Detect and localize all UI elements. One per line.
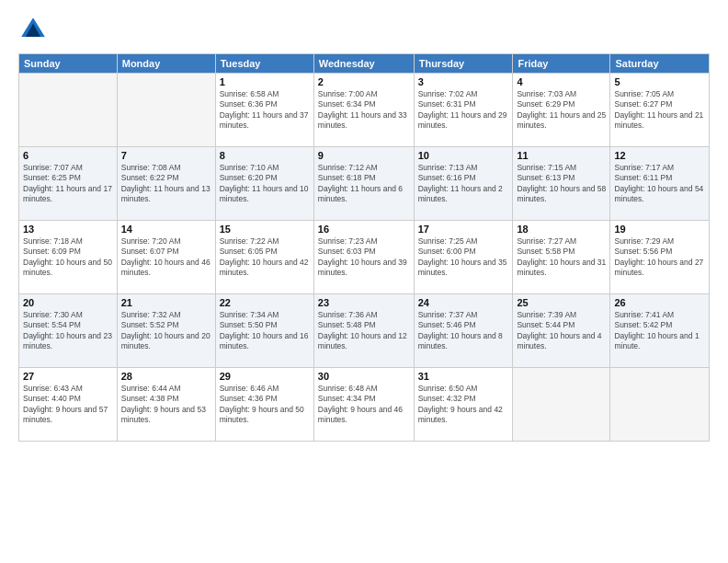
day-number: 4 xyxy=(517,76,606,87)
calendar-cell: 23Sunrise: 7:36 AMSunset: 5:48 PMDayligh… xyxy=(313,294,414,368)
calendar-cell: 4Sunrise: 7:03 AMSunset: 6:29 PMDaylight… xyxy=(513,74,610,147)
calendar-cell: 24Sunrise: 7:37 AMSunset: 5:46 PMDayligh… xyxy=(414,294,513,368)
calendar-cell: 3Sunrise: 7:02 AMSunset: 6:31 PMDaylight… xyxy=(414,74,513,147)
calendar-cell: 12Sunrise: 7:17 AMSunset: 6:11 PMDayligh… xyxy=(610,147,710,221)
calendar-week-row: 13Sunrise: 7:18 AMSunset: 6:09 PMDayligh… xyxy=(19,221,710,294)
day-info: Sunrise: 7:22 AMSunset: 6:05 PMDaylight:… xyxy=(220,236,310,279)
calendar-cell: 6Sunrise: 7:07 AMSunset: 6:25 PMDaylight… xyxy=(19,147,118,221)
day-info: Sunrise: 7:08 AMSunset: 6:22 PMDaylight:… xyxy=(121,163,211,205)
calendar-cell: 15Sunrise: 7:22 AMSunset: 6:05 PMDayligh… xyxy=(215,221,313,294)
calendar-cell xyxy=(19,74,118,147)
day-number: 16 xyxy=(318,224,410,235)
day-number: 14 xyxy=(121,224,211,235)
day-info: Sunrise: 7:17 AMSunset: 6:11 PMDaylight:… xyxy=(614,163,705,205)
calendar-cell: 28Sunrise: 6:44 AMSunset: 4:38 PMDayligh… xyxy=(117,368,215,442)
calendar-cell: 19Sunrise: 7:29 AMSunset: 5:56 PMDayligh… xyxy=(610,221,710,294)
day-header-friday: Friday xyxy=(513,54,610,74)
calendar-cell: 21Sunrise: 7:32 AMSunset: 5:52 PMDayligh… xyxy=(117,294,215,368)
calendar-header-row: SundayMondayTuesdayWednesdayThursdayFrid… xyxy=(19,54,710,74)
calendar-cell: 26Sunrise: 7:41 AMSunset: 5:42 PMDayligh… xyxy=(610,294,710,368)
day-header-sunday: Sunday xyxy=(19,54,118,74)
calendar-table: SundayMondayTuesdayWednesdayThursdayFrid… xyxy=(18,53,710,442)
calendar-week-row: 27Sunrise: 6:43 AMSunset: 4:40 PMDayligh… xyxy=(19,368,710,442)
day-info: Sunrise: 6:43 AMSunset: 4:40 PMDaylight:… xyxy=(23,384,113,426)
day-header-thursday: Thursday xyxy=(414,54,513,74)
day-number: 9 xyxy=(318,150,410,161)
day-info: Sunrise: 7:05 AMSunset: 6:27 PMDaylight:… xyxy=(614,89,705,132)
day-number: 26 xyxy=(614,297,705,308)
day-info: Sunrise: 6:58 AMSunset: 6:36 PMDaylight:… xyxy=(220,89,310,132)
day-number: 20 xyxy=(23,297,113,308)
day-number: 30 xyxy=(318,371,410,382)
day-number: 29 xyxy=(220,371,310,382)
day-info: Sunrise: 7:07 AMSunset: 6:25 PMDaylight:… xyxy=(23,163,113,205)
day-info: Sunrise: 6:48 AMSunset: 4:34 PMDaylight:… xyxy=(318,384,410,426)
day-info: Sunrise: 7:15 AMSunset: 6:13 PMDaylight:… xyxy=(517,163,606,205)
day-info: Sunrise: 7:13 AMSunset: 6:16 PMDaylight:… xyxy=(418,163,509,205)
calendar-cell: 20Sunrise: 7:30 AMSunset: 5:54 PMDayligh… xyxy=(19,294,118,368)
calendar-week-row: 20Sunrise: 7:30 AMSunset: 5:54 PMDayligh… xyxy=(19,294,710,368)
calendar-cell: 14Sunrise: 7:20 AMSunset: 6:07 PMDayligh… xyxy=(117,221,215,294)
calendar-cell: 16Sunrise: 7:23 AMSunset: 6:03 PMDayligh… xyxy=(313,221,414,294)
day-info: Sunrise: 7:34 AMSunset: 5:50 PMDaylight:… xyxy=(220,310,310,352)
calendar-cell: 29Sunrise: 6:46 AMSunset: 4:36 PMDayligh… xyxy=(215,368,313,442)
day-number: 24 xyxy=(418,297,509,308)
calendar-cell: 10Sunrise: 7:13 AMSunset: 6:16 PMDayligh… xyxy=(414,147,513,221)
day-number: 8 xyxy=(220,150,310,161)
day-number: 31 xyxy=(418,371,509,382)
day-number: 21 xyxy=(121,297,211,308)
day-info: Sunrise: 7:20 AMSunset: 6:07 PMDaylight:… xyxy=(121,236,211,279)
day-number: 17 xyxy=(418,224,509,235)
day-info: Sunrise: 7:25 AMSunset: 6:00 PMDaylight:… xyxy=(418,236,509,279)
day-number: 3 xyxy=(418,76,509,87)
day-number: 12 xyxy=(614,150,705,161)
page: SundayMondayTuesdayWednesdayThursdayFrid… xyxy=(0,0,728,563)
calendar-cell: 11Sunrise: 7:15 AMSunset: 6:13 PMDayligh… xyxy=(513,147,610,221)
day-number: 22 xyxy=(220,297,310,308)
day-info: Sunrise: 7:27 AMSunset: 5:58 PMDaylight:… xyxy=(517,236,606,279)
calendar-week-row: 6Sunrise: 7:07 AMSunset: 6:25 PMDaylight… xyxy=(19,147,710,221)
day-number: 27 xyxy=(23,371,113,382)
calendar-cell: 8Sunrise: 7:10 AMSunset: 6:20 PMDaylight… xyxy=(215,147,313,221)
calendar-cell: 25Sunrise: 7:39 AMSunset: 5:44 PMDayligh… xyxy=(513,294,610,368)
day-info: Sunrise: 7:37 AMSunset: 5:46 PMDaylight:… xyxy=(418,310,509,352)
day-number: 6 xyxy=(23,150,113,161)
calendar-cell: 1Sunrise: 6:58 AMSunset: 6:36 PMDaylight… xyxy=(215,74,313,147)
day-number: 25 xyxy=(517,297,606,308)
day-number: 23 xyxy=(318,297,410,308)
day-info: Sunrise: 7:12 AMSunset: 6:18 PMDaylight:… xyxy=(318,163,410,205)
calendar-cell xyxy=(513,368,610,442)
day-info: Sunrise: 7:30 AMSunset: 5:54 PMDaylight:… xyxy=(23,310,113,352)
day-info: Sunrise: 7:23 AMSunset: 6:03 PMDaylight:… xyxy=(318,236,410,279)
calendar-week-row: 1Sunrise: 6:58 AMSunset: 6:36 PMDaylight… xyxy=(19,74,710,147)
day-info: Sunrise: 7:39 AMSunset: 5:44 PMDaylight:… xyxy=(517,310,606,352)
logo xyxy=(18,15,51,44)
day-number: 10 xyxy=(418,150,509,161)
day-number: 11 xyxy=(517,150,606,161)
day-info: Sunrise: 7:02 AMSunset: 6:31 PMDaylight:… xyxy=(418,89,509,132)
calendar-cell: 17Sunrise: 7:25 AMSunset: 6:00 PMDayligh… xyxy=(414,221,513,294)
day-info: Sunrise: 7:29 AMSunset: 5:56 PMDaylight:… xyxy=(614,236,705,279)
day-info: Sunrise: 7:10 AMSunset: 6:20 PMDaylight:… xyxy=(220,163,310,205)
day-info: Sunrise: 6:46 AMSunset: 4:36 PMDaylight:… xyxy=(220,384,310,426)
day-info: Sunrise: 7:18 AMSunset: 6:09 PMDaylight:… xyxy=(23,236,113,279)
calendar-cell xyxy=(117,74,215,147)
day-number: 28 xyxy=(121,371,211,382)
header xyxy=(18,15,710,44)
day-info: Sunrise: 7:00 AMSunset: 6:34 PMDaylight:… xyxy=(318,89,410,132)
logo-icon xyxy=(18,15,48,44)
calendar-cell: 27Sunrise: 6:43 AMSunset: 4:40 PMDayligh… xyxy=(19,368,118,442)
calendar-cell: 13Sunrise: 7:18 AMSunset: 6:09 PMDayligh… xyxy=(19,221,118,294)
day-number: 18 xyxy=(517,224,606,235)
calendar-cell xyxy=(610,368,710,442)
day-header-wednesday: Wednesday xyxy=(313,54,414,74)
calendar-cell: 7Sunrise: 7:08 AMSunset: 6:22 PMDaylight… xyxy=(117,147,215,221)
calendar-cell: 2Sunrise: 7:00 AMSunset: 6:34 PMDaylight… xyxy=(313,74,414,147)
calendar-cell: 18Sunrise: 7:27 AMSunset: 5:58 PMDayligh… xyxy=(513,221,610,294)
day-header-saturday: Saturday xyxy=(610,54,710,74)
day-info: Sunrise: 6:44 AMSunset: 4:38 PMDaylight:… xyxy=(121,384,211,426)
day-number: 7 xyxy=(121,150,211,161)
day-number: 15 xyxy=(220,224,310,235)
calendar-cell: 5Sunrise: 7:05 AMSunset: 6:27 PMDaylight… xyxy=(610,74,710,147)
day-number: 13 xyxy=(23,224,113,235)
